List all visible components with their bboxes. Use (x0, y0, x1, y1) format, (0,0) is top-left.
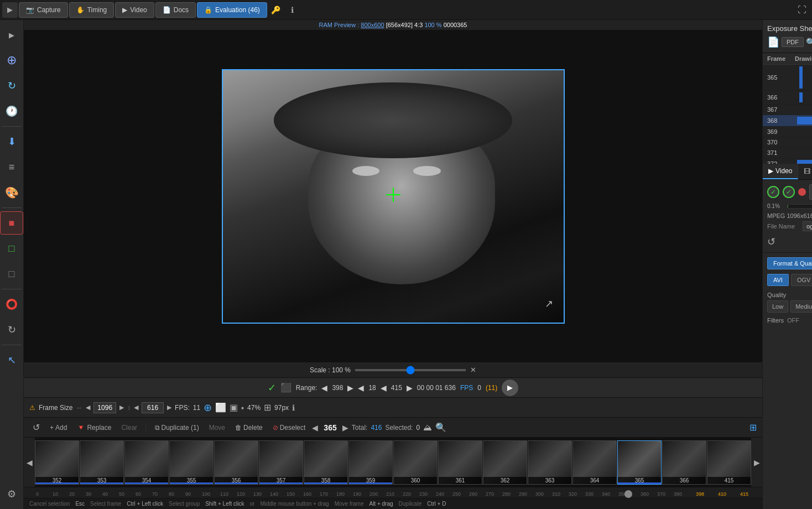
move-button[interactable]: Move (206, 422, 228, 433)
add-button[interactable]: + Add (46, 422, 70, 433)
rotate-button[interactable]: ↻ (0, 74, 23, 97)
thumb-415[interactable]: 415 (707, 440, 751, 485)
thumb-361[interactable]: 361 (438, 440, 482, 485)
search-icon-button[interactable]: 🔍 (806, 38, 812, 46)
medium-quality-button[interactable]: Medium (790, 300, 812, 313)
thumb-356[interactable]: 356 (214, 440, 258, 485)
zoom-button[interactable]: 🔍 (435, 422, 446, 433)
delete-button[interactable]: 🗑 Delete (232, 422, 266, 433)
tab-timing[interactable]: ✋ Timing (69, 2, 114, 18)
info-button[interactable]: ℹ (285, 2, 300, 18)
refresh-button[interactable]: ↻ (0, 318, 23, 341)
preview-ratio: 4:3 (414, 22, 424, 28)
drawing-column-header: Drawing (790, 53, 812, 65)
thumb-362[interactable]: 362 (483, 440, 527, 485)
format-quality-tab[interactable]: Format & Quality (767, 257, 812, 269)
evaluation-button[interactable]: 🔒 Evaluation (46) (197, 2, 267, 18)
ruler-mark-80: 80 (169, 491, 174, 497)
green-rect-button[interactable]: □ (0, 237, 23, 260)
close-scale-button[interactable]: ✕ (470, 366, 476, 374)
low-quality-button[interactable]: Low (767, 300, 788, 313)
sequence-tab[interactable]: 🎞 Sequence (798, 164, 812, 179)
tab-video[interactable]: ▶ Video (115, 2, 154, 18)
playhead-handle[interactable] (624, 490, 632, 498)
thumb-357[interactable]: 357 (259, 440, 303, 485)
thumb-354[interactable]: 354 (124, 440, 169, 485)
undo-button[interactable]: ↺ (29, 420, 43, 434)
thumb-359[interactable]: 359 (348, 440, 393, 485)
info-frame-button[interactable]: ℹ (292, 403, 295, 412)
gray-rect-button[interactable]: □ (0, 262, 23, 285)
download-button[interactable]: ⬇ (0, 130, 23, 153)
thumb-364[interactable]: 364 (572, 440, 617, 485)
ratio-button[interactable]: ▣ (230, 402, 238, 413)
pointer-button[interactable]: ↖ (0, 349, 23, 372)
timeline-next-button[interactable]: ▶ (751, 438, 762, 487)
fullscreen-button[interactable]: ⛶ (794, 2, 810, 18)
color-wheel-button[interactable]: ⭕ (0, 293, 23, 316)
range-end-prev-button[interactable]: ◀ (358, 383, 364, 392)
drawing-372 (790, 158, 812, 164)
key-icon-button[interactable]: 🔑 (268, 2, 284, 18)
thumb-355[interactable]: 355 (169, 440, 214, 485)
file-name-input[interactable] (803, 221, 812, 231)
ogv-format-button[interactable]: OGV (791, 274, 812, 286)
frame-mode-button[interactable]: ▪ (241, 403, 244, 412)
thumb-365-active[interactable]: 365 (617, 440, 662, 485)
expand-tool-button[interactable]: ▶ (0, 23, 23, 46)
range-start-prev-button[interactable]: ◀ (321, 383, 327, 392)
frame-366: 366 (763, 91, 790, 105)
middle-label: Middle mouse button + drag (260, 501, 329, 507)
range-frame-button[interactable]: ◀ (381, 383, 387, 392)
height-next-button[interactable]: ▶ (167, 404, 171, 411)
frame-next-button[interactable]: ▶ (342, 423, 348, 432)
pdf-icon-button[interactable]: 📄 (767, 36, 779, 48)
grid-button[interactable]: ⊞ (264, 402, 271, 413)
range-frame-next-button[interactable]: ▶ (407, 383, 413, 392)
encode-video-button[interactable]: Encode Video (809, 184, 812, 200)
main-layout: ▶ ⊕ ↻ 🕐 ⬇ ≡ 🎨 ■ □ □ ⭕ ↻ ↖ ⚙ RAM Preview … (0, 20, 812, 509)
thumb-363[interactable]: 363 (528, 440, 572, 485)
frame-prev-button[interactable]: ◀ (312, 423, 318, 432)
preview-canvas[interactable]: ↗ (222, 69, 565, 324)
thumb-352[interactable]: 352 (35, 440, 79, 485)
clock-button[interactable]: 🕐 (0, 100, 23, 123)
thumb-360[interactable]: 360 (393, 440, 438, 485)
deselect-button[interactable]: ⊘ Deselect (269, 422, 309, 433)
red-rect-button[interactable]: ■ (0, 211, 23, 235)
paint-button[interactable]: 🎨 (0, 181, 23, 204)
duplicate-button[interactable]: ⧉ Duplicate (1) (152, 422, 202, 433)
add-layer-button[interactable]: ⊕ (0, 49, 23, 72)
thumb-358[interactable]: 358 (304, 440, 348, 485)
ruler-mark-360: 360 (641, 491, 649, 497)
clear-button[interactable]: Clear (118, 422, 140, 433)
layers-button[interactable]: ≡ (0, 155, 23, 179)
undo-encode-button[interactable]: ↺ (767, 236, 775, 248)
range-start-next-button[interactable]: ▶ (347, 383, 353, 392)
play-button[interactable]: ▶ (502, 380, 518, 396)
tab-docs[interactable]: 📄 Docs (155, 2, 196, 18)
grid-view-button[interactable]: ⊞ (749, 422, 757, 433)
ruler-mark-250: 250 (452, 491, 461, 497)
avi-format-button[interactable]: AVI (767, 274, 789, 286)
replace-button[interactable]: 🔻 Replace (74, 422, 114, 433)
scale-slider[interactable] (355, 369, 466, 371)
width-next-button[interactable]: ▶ (119, 404, 124, 411)
thumb-366[interactable]: 366 (662, 440, 706, 485)
peak-button[interactable]: ⛰ (423, 423, 432, 433)
add-frame-button[interactable]: ⊕ (204, 402, 212, 414)
crop-button[interactable]: ⬜ (215, 402, 226, 413)
width-prev-button[interactable]: ◀ (86, 404, 90, 411)
timeline-prev-button[interactable]: ◀ (24, 438, 35, 487)
lock-icon: 🔒 (204, 6, 212, 14)
preview-res-link[interactable]: 800x600 (361, 22, 384, 28)
separator-2 (2, 207, 22, 208)
timeline-ruler[interactable]: 0 10 20 30 40 50 60 70 80 90 100 110 120… (24, 487, 762, 498)
tab-capture[interactable]: 📷 Capture (19, 2, 68, 18)
pdf-button[interactable]: PDF (782, 37, 804, 47)
thumb-353[interactable]: 353 (80, 440, 124, 485)
settings-button[interactable]: ⚙ (0, 482, 23, 506)
video-tab[interactable]: ▶ Video (763, 164, 798, 179)
expand-sidebar-button[interactable]: ▶ (2, 2, 18, 18)
height-prev-button[interactable]: ◀ (134, 404, 138, 411)
